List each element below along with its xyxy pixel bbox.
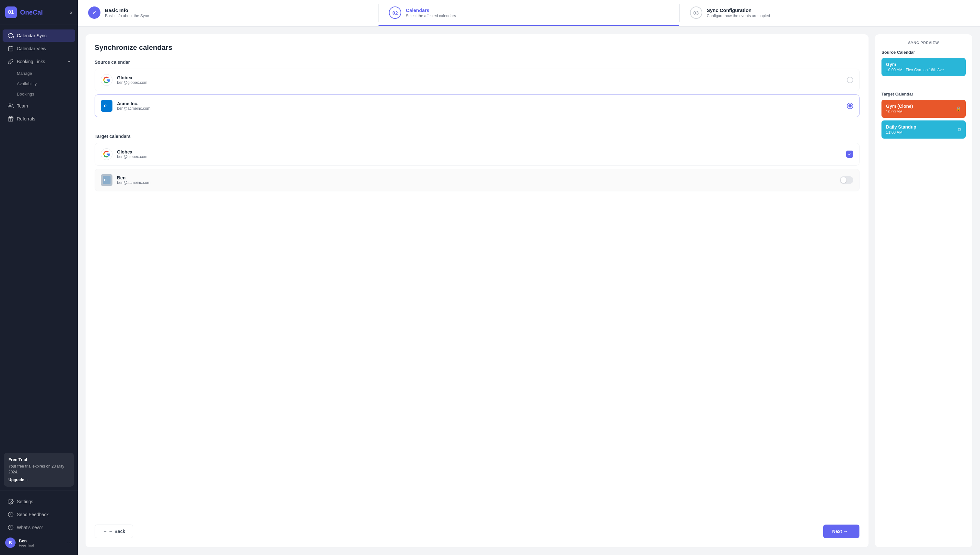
source-calendar-acme[interactable]: O Acme Inc. ben@acmeinc.com <box>95 95 859 117</box>
preview-target-event-1-row: Gym (Clone) 10:00 AM 🔒 <box>886 104 961 114</box>
preview-target-event-1: Gym (Clone) 10:00 AM 🔒 <box>882 100 966 118</box>
sidebar-item-bookings[interactable]: Bookings <box>3 89 75 99</box>
sidebar-item-send-feedback[interactable]: Send Feedback <box>3 508 75 521</box>
target-ben-toggle[interactable] <box>840 176 853 184</box>
source-acme-email: ben@acmeinc.com <box>117 106 842 111</box>
preview-target-event-2-content: Daily Standup 11:00 AM <box>886 124 916 135</box>
target-ben-name: Ben <box>117 175 835 180</box>
step-sync-config[interactable]: 03 Sync Configuration Configure how the … <box>679 0 980 26</box>
preview-target-event-2-subtitle: 11:00 AM <box>886 130 916 135</box>
source-globex-email: ben@globex.com <box>117 80 842 85</box>
target-globex-info: Globex ben@globex.com <box>117 149 842 159</box>
info-icon <box>8 525 14 530</box>
preview-target-event-1-subtitle: 10:00 AM <box>886 109 913 114</box>
gift-icon <box>8 116 14 122</box>
step-info-1: Basic Info Basic info about the Sync <box>105 8 149 18</box>
preview-spacer <box>882 79 966 91</box>
step-subtitle-3: Configure how the events are copied <box>707 14 770 18</box>
sidebar-item-label: Settings <box>17 499 34 504</box>
step-circle-3: 03 <box>690 6 702 19</box>
calendar-icon <box>8 46 14 51</box>
preview-target-event-2: Daily Standup 11:00 AM ⧉ <box>882 120 966 139</box>
google-logo <box>101 74 113 86</box>
sidebar-collapse-button[interactable]: « <box>69 9 72 16</box>
sidebar-item-label: Referrals <box>17 116 35 122</box>
preview-title: SYNC PREVIEW <box>882 41 966 45</box>
sidebar-item-label: Booking Links <box>17 59 45 64</box>
sidebar-logo: 01 OneCal « <box>0 0 78 25</box>
free-trial-banner: Free Trial Your free trial expires on 23… <box>4 453 74 487</box>
sidebar-item-team[interactable]: Team <box>3 100 75 112</box>
logo-box: 01 <box>5 6 17 18</box>
source-section-label: Source calendar <box>95 59 859 65</box>
logo-text: OneCal <box>20 9 43 16</box>
sidebar-navigation: Calendar Sync Calendar View Booking Link… <box>0 25 78 449</box>
target-ben-info: Ben ben@acmeinc.com <box>117 175 835 185</box>
sync-icon <box>8 33 14 38</box>
chevron-down-icon: ▾ <box>68 59 70 64</box>
preview-target-label: Target Calendar <box>882 91 966 96</box>
preview-source-event: Gym 10:00 AM · Flex Gym on 16th Ave <box>882 58 966 76</box>
step-subtitle-1: Basic info about the Sync <box>105 14 149 18</box>
source-globex-info: Globex ben@globex.com <box>117 75 842 85</box>
svg-rect-0 <box>8 47 13 51</box>
sidebar-item-whats-new[interactable]: What's new? <box>3 521 75 534</box>
target-globex-name: Globex <box>117 149 842 154</box>
svg-text:O: O <box>104 178 106 182</box>
sidebar-item-availability[interactable]: Availability <box>3 79 75 89</box>
sidebar-item-calendar-view[interactable]: Calendar View <box>3 42 75 55</box>
sidebar-item-settings[interactable]: Settings <box>3 496 75 508</box>
main-content: ✓ Basic Info Basic info about the Sync 0… <box>78 0 980 555</box>
preview-source-event-title: Gym <box>886 62 961 67</box>
preview-target-event-2-row: Daily Standup 11:00 AM ⧉ <box>886 124 961 135</box>
lock-icon: 🔒 <box>956 106 961 111</box>
section-divider <box>95 127 859 127</box>
sidebar-bottom-nav: Settings Send Feedback What's new? B Ben… <box>0 491 78 555</box>
preview-target-event-2-title: Daily Standup <box>886 124 916 130</box>
sidebar-item-label: Calendar Sync <box>17 33 47 38</box>
target-ben-email: ben@acmeinc.com <box>117 180 835 185</box>
step-circle-1: ✓ <box>88 6 100 19</box>
target-globex-email: ben@globex.com <box>117 154 842 159</box>
step-title-1: Basic Info <box>105 8 149 13</box>
trial-upgrade-button[interactable]: Upgrade → <box>8 478 29 482</box>
link-icon <box>8 59 14 64</box>
trial-title: Free Trial <box>8 457 69 462</box>
target-calendar-ben[interactable]: O Ben ben@acmeinc.com <box>95 169 859 191</box>
step-circle-2: 02 <box>389 6 401 19</box>
google-logo-target <box>101 148 113 160</box>
step-title-2: Calendars <box>406 8 456 13</box>
user-role: Free Trial <box>19 543 64 547</box>
avatar: B <box>5 537 16 548</box>
step-calendars[interactable]: 02 Calendars Select the affected calenda… <box>378 0 679 26</box>
user-name: Ben <box>19 539 64 543</box>
feedback-icon <box>8 512 14 517</box>
svg-text:O: O <box>104 104 106 108</box>
sidebar-item-booking-links[interactable]: Booking Links ▾ <box>3 55 75 68</box>
target-globex-checkbox[interactable]: ✓ <box>846 151 853 158</box>
user-info: Ben Free Trial <box>19 539 64 547</box>
source-calendar-globex[interactable]: Globex ben@globex.com <box>95 69 859 91</box>
card-footer: ← ← Back Next → <box>95 517 859 538</box>
step-title-3: Sync Configuration <box>707 8 770 13</box>
back-arrow-icon: ← <box>103 529 107 534</box>
sidebar-item-referrals[interactable]: Referrals <box>3 113 75 125</box>
step-basic-info[interactable]: ✓ Basic Info Basic info about the Sync <box>78 0 378 26</box>
source-acme-info: Acme Inc. ben@acmeinc.com <box>117 101 842 111</box>
svg-point-7 <box>10 501 12 502</box>
step-subtitle-2: Select the affected calendars <box>406 14 456 18</box>
copy-icon: ⧉ <box>958 127 961 132</box>
source-globex-radio[interactable] <box>847 77 853 83</box>
source-acme-name: Acme Inc. <box>117 101 842 106</box>
target-section-label: Target calendars <box>95 134 859 139</box>
next-button[interactable]: Next → <box>823 525 859 538</box>
preview-target-event-1-content: Gym (Clone) 10:00 AM <box>886 104 913 114</box>
sidebar-item-calendar-sync[interactable]: Calendar Sync <box>3 29 75 42</box>
target-calendar-globex[interactable]: Globex ben@globex.com ✓ <box>95 143 859 165</box>
user-menu-button[interactable]: ⋯ <box>67 539 72 546</box>
back-button[interactable]: ← ← Back <box>95 525 133 538</box>
sidebar-item-label: Calendar View <box>17 46 46 51</box>
source-acme-radio[interactable] <box>847 103 853 109</box>
sidebar-item-manage[interactable]: Manage <box>3 68 75 79</box>
outlook-logo: O <box>101 100 113 112</box>
